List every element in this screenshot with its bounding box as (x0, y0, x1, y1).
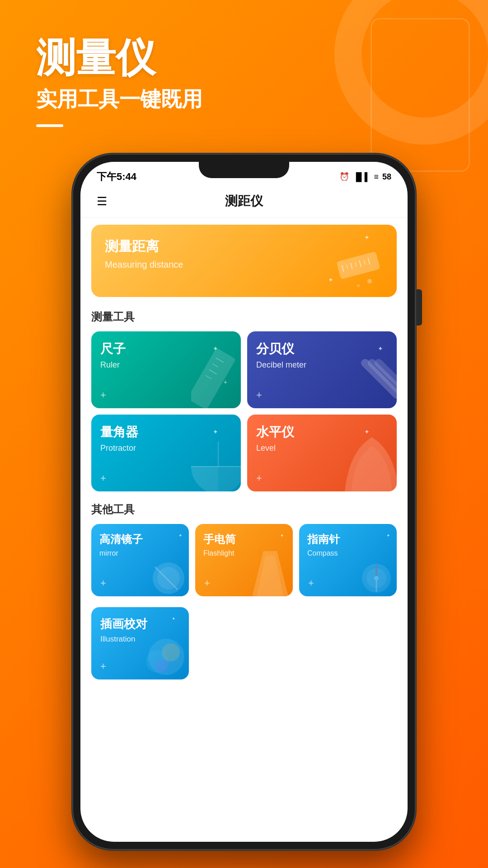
compass-plus: + (308, 577, 314, 589)
phone-notch (199, 162, 289, 178)
other-tools-grid-row2: 插画校对 Illustration + ✦ (91, 607, 397, 679)
banner-decoration (333, 247, 388, 292)
mirror-decoration (146, 553, 187, 594)
tool-card-mirror[interactable]: 高清镜子 mirror + ✦ (91, 524, 189, 596)
tool-card-ruler[interactable]: 尺子 Ruler + ✦ + (91, 331, 241, 408)
flashlight-plus: + (204, 577, 210, 589)
decibel-title: 分贝仪 (256, 340, 388, 358)
ruler-plus: + (100, 389, 106, 401)
compass-title: 指南针 (307, 532, 389, 547)
measuring-tools-grid: 尺子 Ruler + ✦ + (91, 331, 397, 491)
star-deco2: ✦ (328, 276, 333, 283)
tool-card-protractor[interactable]: 量角器 Protractor + ✦ (91, 415, 241, 491)
mirror-subtitle: mirror (99, 549, 181, 557)
tool-card-illustration[interactable]: 插画校对 Illustration + ✦ (91, 607, 189, 679)
section-label-measuring: 测量工具 (91, 310, 397, 324)
battery-icon: 58 (382, 172, 391, 182)
decibel-plus: + (256, 389, 262, 401)
phone-outer: 下午5:44 ⏰ ▐▌▌ ≡ 58 ☰ 测距仪 测量距离 Measuring d… (72, 154, 416, 850)
star-deco: ✦ (364, 234, 370, 241)
level-plus: + (256, 472, 262, 484)
mirror-title: 高清镜子 (99, 532, 181, 547)
svg-point-8 (367, 279, 372, 283)
bg-rect (371, 18, 470, 172)
other-tools-grid-row1: 高清镜子 mirror + ✦ (91, 524, 397, 596)
mirror-plus: + (100, 577, 106, 589)
svg-rect-0 (336, 251, 380, 279)
illustration-plus: + (100, 660, 106, 672)
menu-lines-icon: ≡ (374, 172, 379, 182)
banner-card[interactable]: 测量距离 Measuring distance (91, 225, 397, 297)
status-icons: ⏰ ▐▌▌ ≡ 58 (339, 172, 391, 182)
protractor-title: 量角器 (100, 424, 232, 441)
phone-mockup: 下午5:44 ⏰ ▐▌▌ ≡ 58 ☰ 测距仪 测量距离 Measuring d… (72, 154, 416, 850)
hamburger-menu-button[interactable]: ☰ (97, 194, 107, 208)
illustration-decoration (135, 625, 189, 679)
svg-point-34 (155, 659, 169, 673)
ruler-title: 尺子 (100, 340, 232, 358)
protractor-subtitle: Protractor (100, 443, 232, 453)
header-section: 测量仪 实用工具一键既用 (36, 36, 202, 127)
app-title: 测量仪 (36, 36, 202, 80)
section-label-other: 其他工具 (91, 502, 397, 517)
header-divider (36, 124, 63, 127)
app-bar-title: 测距仪 (225, 193, 263, 210)
signal-icon: ▐▌▌ (353, 172, 370, 182)
tool-card-decibel[interactable]: 分贝仪 Decibel meter + ✦ (247, 331, 397, 408)
tool-card-compass[interactable]: 指南针 Compass + ✦ (299, 524, 397, 596)
svg-point-33 (162, 643, 180, 661)
phone-screen: 下午5:44 ⏰ ▐▌▌ ≡ 58 ☰ 测距仪 测量距离 Measuring d… (80, 162, 408, 842)
illustration-title: 插画校对 (100, 616, 180, 632)
scroll-content: 测量距离 Measuring distance (80, 217, 408, 842)
svg-point-28 (374, 576, 379, 580)
level-subtitle: Level (256, 443, 388, 453)
illustration-subtitle: Illustration (100, 635, 180, 644)
compass-subtitle: Compass (307, 549, 389, 557)
tool-card-level[interactable]: 水平仪 Level + ✦ (247, 415, 397, 491)
level-decoration (345, 433, 397, 491)
status-time: 下午5:44 (97, 170, 136, 184)
compass-decoration (354, 553, 394, 594)
app-bar: ☰ 测距仪 (80, 185, 408, 217)
tool-card-flashlight[interactable]: 手电筒 Flashlight + ✦ (195, 524, 293, 596)
alarm-icon: ⏰ (339, 172, 349, 182)
flashlight-title: 手电筒 (203, 532, 285, 547)
flashlight-subtitle: Flashlight (203, 549, 285, 557)
decibel-subtitle: Decibel meter (256, 360, 388, 370)
protractor-plus: + (100, 472, 106, 484)
svg-point-9 (357, 284, 360, 287)
svg-point-22 (157, 567, 180, 590)
level-title: 水平仪 (256, 424, 388, 441)
ruler-subtitle: Ruler (100, 360, 232, 370)
app-subtitle: 实用工具一键既用 (36, 85, 202, 113)
